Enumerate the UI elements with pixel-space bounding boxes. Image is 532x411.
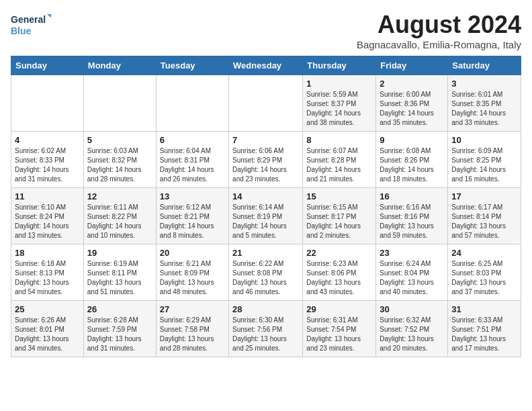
day-number: 27	[160, 304, 225, 314]
day-info: Sunrise: 6:21 AM Sunset: 8:09 PM Dayligh…	[160, 259, 225, 297]
calendar-cell: 4Sunrise: 6:02 AM Sunset: 8:33 PM Daylig…	[11, 132, 84, 188]
day-number: 15	[306, 191, 372, 201]
calendar-table: SundayMondayTuesdayWednesdayThursdayFrid…	[11, 56, 521, 357]
calendar-cell: 14Sunrise: 6:14 AM Sunset: 8:19 PM Dayli…	[229, 188, 303, 244]
calendar-cell	[83, 75, 156, 132]
calendar-cell: 29Sunrise: 6:31 AM Sunset: 7:54 PM Dayli…	[303, 301, 376, 357]
page-header: General Blue August 2024 Bagnacavallo, E…	[11, 11, 521, 50]
calendar-cell: 18Sunrise: 6:18 AM Sunset: 8:13 PM Dayli…	[11, 244, 84, 301]
day-info: Sunrise: 6:09 AM Sunset: 8:25 PM Dayligh…	[451, 146, 517, 184]
day-number: 23	[380, 248, 444, 258]
day-number: 14	[232, 191, 299, 201]
calendar-week-3: 11Sunrise: 6:10 AM Sunset: 8:24 PM Dayli…	[11, 188, 521, 244]
day-info: Sunrise: 6:17 AM Sunset: 8:14 PM Dayligh…	[451, 203, 517, 240]
calendar-cell: 30Sunrise: 6:32 AM Sunset: 7:52 PM Dayli…	[376, 301, 448, 357]
calendar-week-1: 1Sunrise: 5:59 AM Sunset: 8:37 PM Daylig…	[11, 75, 521, 132]
day-info: Sunrise: 6:18 AM Sunset: 8:13 PM Dayligh…	[15, 259, 80, 297]
day-info: Sunrise: 6:22 AM Sunset: 8:08 PM Dayligh…	[232, 259, 299, 297]
location: Bagnacavallo, Emilia-Romagna, Italy	[357, 39, 521, 50]
day-number: 6	[160, 135, 225, 145]
day-info: Sunrise: 6:02 AM Sunset: 8:33 PM Dayligh…	[15, 146, 80, 184]
weekday-header-thursday: Thursday	[303, 56, 376, 75]
calendar-cell: 25Sunrise: 6:26 AM Sunset: 8:01 PM Dayli…	[11, 301, 84, 357]
day-number: 7	[232, 135, 299, 145]
calendar-week-4: 18Sunrise: 6:18 AM Sunset: 8:13 PM Dayli…	[11, 244, 521, 301]
svg-text:General: General	[11, 14, 46, 25]
day-number: 12	[87, 191, 152, 201]
day-info: Sunrise: 6:01 AM Sunset: 8:35 PM Dayligh…	[451, 90, 517, 128]
day-info: Sunrise: 6:31 AM Sunset: 7:54 PM Dayligh…	[306, 316, 372, 353]
day-info: Sunrise: 6:14 AM Sunset: 8:19 PM Dayligh…	[232, 203, 299, 240]
day-number: 3	[451, 79, 517, 89]
weekday-header-monday: Monday	[83, 56, 156, 75]
svg-text:Blue: Blue	[11, 26, 32, 36]
day-info: Sunrise: 6:16 AM Sunset: 8:16 PM Dayligh…	[380, 203, 444, 240]
calendar-cell: 1Sunrise: 5:59 AM Sunset: 8:37 PM Daylig…	[303, 75, 376, 132]
day-info: Sunrise: 6:10 AM Sunset: 8:24 PM Dayligh…	[15, 203, 80, 240]
calendar-cell: 23Sunrise: 6:24 AM Sunset: 8:04 PM Dayli…	[376, 244, 448, 301]
day-number: 19	[87, 248, 152, 258]
day-info: Sunrise: 5:59 AM Sunset: 8:37 PM Dayligh…	[306, 90, 372, 128]
day-info: Sunrise: 6:32 AM Sunset: 7:52 PM Dayligh…	[380, 316, 444, 353]
day-number: 21	[232, 248, 299, 258]
day-number: 10	[451, 135, 517, 145]
weekday-header-saturday: Saturday	[448, 56, 521, 75]
calendar-cell: 22Sunrise: 6:23 AM Sunset: 8:06 PM Dayli…	[303, 244, 376, 301]
svg-marker-2	[47, 14, 51, 19]
month-title: August 2024	[357, 11, 521, 39]
day-number: 8	[306, 135, 372, 145]
calendar-cell: 5Sunrise: 6:03 AM Sunset: 8:32 PM Daylig…	[83, 132, 156, 188]
day-number: 20	[160, 248, 225, 258]
day-info: Sunrise: 6:03 AM Sunset: 8:32 PM Dayligh…	[87, 146, 152, 184]
weekday-header-friday: Friday	[376, 56, 448, 75]
calendar-cell: 28Sunrise: 6:30 AM Sunset: 7:56 PM Dayli…	[229, 301, 303, 357]
calendar-cell: 20Sunrise: 6:21 AM Sunset: 8:09 PM Dayli…	[156, 244, 228, 301]
calendar-cell: 3Sunrise: 6:01 AM Sunset: 8:35 PM Daylig…	[448, 75, 521, 132]
day-info: Sunrise: 6:12 AM Sunset: 8:21 PM Dayligh…	[160, 203, 225, 240]
calendar-cell: 7Sunrise: 6:06 AM Sunset: 8:29 PM Daylig…	[229, 132, 303, 188]
calendar-week-2: 4Sunrise: 6:02 AM Sunset: 8:33 PM Daylig…	[11, 132, 521, 188]
day-info: Sunrise: 6:28 AM Sunset: 7:59 PM Dayligh…	[87, 316, 152, 353]
day-info: Sunrise: 6:25 AM Sunset: 8:03 PM Dayligh…	[451, 259, 517, 297]
day-number: 5	[87, 135, 152, 145]
calendar-cell: 21Sunrise: 6:22 AM Sunset: 8:08 PM Dayli…	[229, 244, 303, 301]
calendar-cell	[229, 75, 303, 132]
day-info: Sunrise: 6:24 AM Sunset: 8:04 PM Dayligh…	[380, 259, 444, 297]
day-info: Sunrise: 6:11 AM Sunset: 8:22 PM Dayligh…	[87, 203, 152, 240]
day-number: 30	[380, 304, 444, 314]
calendar-cell: 19Sunrise: 6:19 AM Sunset: 8:11 PM Dayli…	[83, 244, 156, 301]
day-number: 26	[87, 304, 152, 314]
day-number: 2	[380, 79, 444, 89]
day-number: 24	[451, 248, 517, 258]
calendar-cell: 11Sunrise: 6:10 AM Sunset: 8:24 PM Dayli…	[11, 188, 84, 244]
day-info: Sunrise: 6:07 AM Sunset: 8:28 PM Dayligh…	[306, 146, 372, 184]
day-number: 18	[15, 248, 80, 258]
day-number: 22	[306, 248, 372, 258]
logo-svg: General Blue	[11, 11, 51, 38]
weekday-header-tuesday: Tuesday	[156, 56, 228, 75]
title-block: August 2024 Bagnacavallo, Emilia-Romagna…	[357, 11, 521, 50]
day-number: 9	[380, 135, 444, 145]
calendar-cell: 24Sunrise: 6:25 AM Sunset: 8:03 PM Dayli…	[448, 244, 521, 301]
calendar-cell: 31Sunrise: 6:33 AM Sunset: 7:51 PM Dayli…	[448, 301, 521, 357]
day-number: 28	[232, 304, 299, 314]
calendar-cell: 8Sunrise: 6:07 AM Sunset: 8:28 PM Daylig…	[303, 132, 376, 188]
weekday-header-wednesday: Wednesday	[229, 56, 303, 75]
logo: General Blue	[11, 11, 51, 38]
day-info: Sunrise: 6:04 AM Sunset: 8:31 PM Dayligh…	[160, 146, 225, 184]
calendar-cell	[156, 75, 228, 132]
day-number: 25	[15, 304, 80, 314]
day-info: Sunrise: 6:15 AM Sunset: 8:17 PM Dayligh…	[306, 203, 372, 240]
weekday-header-row: SundayMondayTuesdayWednesdayThursdayFrid…	[11, 56, 521, 75]
calendar-cell: 2Sunrise: 6:00 AM Sunset: 8:36 PM Daylig…	[376, 75, 448, 132]
calendar-cell: 10Sunrise: 6:09 AM Sunset: 8:25 PM Dayli…	[448, 132, 521, 188]
calendar-cell: 17Sunrise: 6:17 AM Sunset: 8:14 PM Dayli…	[448, 188, 521, 244]
calendar-cell: 13Sunrise: 6:12 AM Sunset: 8:21 PM Dayli…	[156, 188, 228, 244]
day-number: 11	[15, 191, 80, 201]
day-number: 13	[160, 191, 225, 201]
calendar-cell: 27Sunrise: 6:29 AM Sunset: 7:58 PM Dayli…	[156, 301, 228, 357]
day-info: Sunrise: 6:26 AM Sunset: 8:01 PM Dayligh…	[15, 316, 80, 353]
day-number: 29	[306, 304, 372, 314]
day-number: 17	[451, 191, 517, 201]
day-info: Sunrise: 6:08 AM Sunset: 8:26 PM Dayligh…	[380, 146, 444, 184]
